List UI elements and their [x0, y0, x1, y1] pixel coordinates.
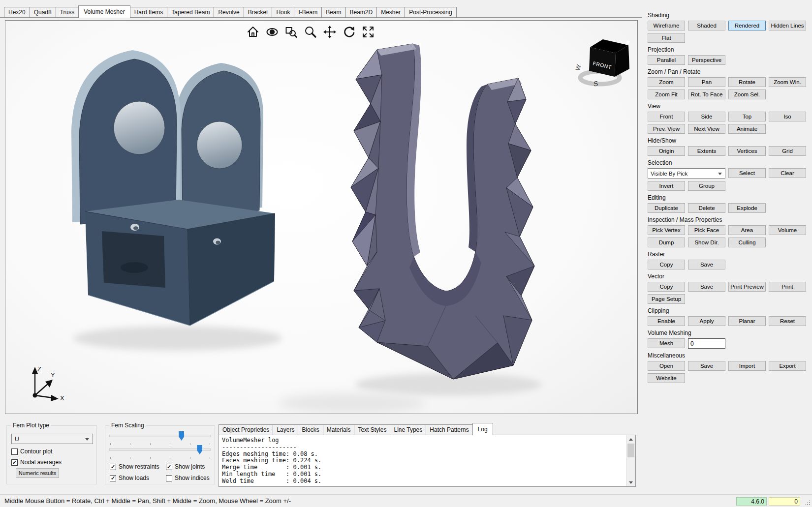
raster-save-button[interactable]: Save: [688, 260, 725, 269]
bottom-tab-text-styles[interactable]: Text Styles: [354, 424, 390, 435]
clipping-planar-button[interactable]: Planar: [728, 316, 766, 326]
editing-explode-button[interactable]: Explode: [728, 203, 766, 213]
scroll-up-icon[interactable]: [627, 435, 635, 443]
vector-print-button[interactable]: Print: [769, 282, 806, 292]
pan-icon[interactable]: [322, 25, 337, 39]
tab-beam2d[interactable]: Beam2D: [345, 7, 377, 17]
resize-grip[interactable]: [809, 504, 810, 505]
editing-delete-button[interactable]: Delete: [688, 203, 725, 213]
bottom-tab-log[interactable]: Log: [472, 423, 493, 435]
inspection-mass-properties-dump-button[interactable]: Dump: [648, 238, 685, 247]
inspection-mass-properties-pick-vertex-button[interactable]: Pick Vertex: [648, 225, 685, 235]
fem-scale-slider-1[interactable]: [109, 431, 211, 446]
projection-parallel-button[interactable]: Parallel: [648, 55, 685, 65]
view-cube[interactable]: S W FRONT: [574, 39, 630, 88]
vector-copy-button[interactable]: Copy: [648, 282, 685, 292]
fem-plot-nodal-averages-checkbox[interactable]: ✓Nodal averages: [11, 459, 62, 466]
inspection-mass-properties-culling-button[interactable]: Culling: [728, 238, 766, 247]
zoom-pan-rotate-rot-to-face-button[interactable]: Rot. To Face: [688, 89, 725, 99]
shading-shaded-button[interactable]: Shaded: [688, 21, 725, 30]
shading-flat-button[interactable]: Flat: [648, 33, 685, 43]
shading-wireframe-button[interactable]: Wireframe: [648, 21, 685, 30]
slider-track[interactable]: [109, 448, 211, 451]
view-side-button[interactable]: Side: [688, 112, 725, 121]
view-next-view-button[interactable]: Next View: [688, 124, 725, 134]
show-joints-checkbox[interactable]: ✓Show joints: [166, 463, 210, 470]
zoom-icon[interactable]: [303, 25, 318, 39]
clipping-enable-button[interactable]: Enable: [648, 316, 685, 326]
scroll-down-icon[interactable]: [627, 478, 635, 486]
tab-beam[interactable]: Beam: [321, 7, 345, 17]
inspection-mass-properties-area-button[interactable]: Area: [728, 225, 766, 235]
hide-show-origin-button[interactable]: Origin: [648, 146, 685, 156]
volume-meshing-mesh-button[interactable]: Mesh: [648, 338, 685, 348]
fem-scale-slider-2[interactable]: [109, 445, 211, 459]
zoom-pan-rotate-zoom-sel-button[interactable]: Zoom Sel.: [728, 89, 766, 99]
inspection-mass-properties-volume-button[interactable]: Volume: [769, 225, 806, 235]
tab-quad8[interactable]: Quad8: [30, 7, 56, 17]
bottom-tab-object-proprieties[interactable]: Object Proprieties: [219, 424, 273, 435]
miscellaneous-open-button[interactable]: Open: [648, 361, 685, 371]
selection-select-button[interactable]: Select: [728, 168, 766, 178]
vector-print-preview-button[interactable]: Print Preview: [728, 282, 766, 292]
tab-hex20[interactable]: Hex20: [4, 7, 30, 17]
zoom-pan-rotate-zoom-fit-button[interactable]: Zoom Fit: [648, 89, 685, 99]
fem-scale-slider-2-thumb[interactable]: [197, 445, 202, 454]
bottom-tab-blocks[interactable]: Blocks: [298, 424, 323, 435]
fem-plot-type-select[interactable]: U: [11, 434, 93, 444]
eye-icon[interactable]: [265, 25, 280, 39]
selection-mode-select[interactable]: Visible By Pick: [648, 168, 725, 179]
vector-save-button[interactable]: Save: [688, 282, 725, 292]
selection-clear-button[interactable]: Clear: [769, 168, 806, 178]
shading-rendered-button[interactable]: Rendered: [728, 21, 766, 30]
show-loads-checkbox[interactable]: ✓Show loads: [110, 475, 166, 481]
view-iso-button[interactable]: Iso: [769, 112, 806, 121]
projection-perspective-button[interactable]: Perspective: [688, 55, 725, 65]
rotate-icon[interactable]: [342, 25, 356, 39]
zoom-pan-rotate-pan-button[interactable]: Pan: [688, 77, 725, 87]
tab-bracket[interactable]: Bracket: [244, 7, 273, 17]
inspection-mass-properties-pick-face-button[interactable]: Pick Face: [688, 225, 725, 235]
hide-show-extents-button[interactable]: Extents: [688, 146, 725, 156]
viewport-canvas[interactable]: S W FRONT Z Y X: [5, 20, 638, 414]
miscellaneous-import-button[interactable]: Import: [728, 361, 766, 371]
tab-mesher[interactable]: Mesher: [376, 7, 405, 17]
miscellaneous-save-button[interactable]: Save: [688, 361, 725, 371]
hide-show-grid-button[interactable]: Grid: [769, 146, 806, 156]
fullscreen-icon[interactable]: [361, 25, 375, 39]
view-animate-button[interactable]: Animate: [728, 124, 766, 134]
miscellaneous-website-button[interactable]: Website: [648, 373, 685, 383]
model-meshed-bracket[interactable]: [279, 44, 542, 413]
zoom-pan-rotate-zoom-win-button[interactable]: Zoom Win.: [769, 77, 806, 87]
mesh-size-input[interactable]: [688, 338, 725, 349]
tab-truss[interactable]: Truss: [56, 7, 79, 17]
bottom-tab-layers[interactable]: Layers: [273, 424, 298, 435]
selection-invert-button[interactable]: Invert: [648, 181, 685, 191]
shading-hidden-lines-button[interactable]: Hidden Lines: [769, 21, 806, 30]
hide-show-vertices-button[interactable]: Vertices: [728, 146, 766, 156]
miscellaneous-export-button[interactable]: Export: [769, 361, 806, 371]
tab-post-processing[interactable]: Post-Processing: [405, 7, 456, 17]
inspection-mass-properties-show-dir-button[interactable]: Show Dir.: [688, 238, 725, 247]
view-front-button[interactable]: Front: [648, 112, 685, 121]
view-prev-view-button[interactable]: Prev. View: [648, 124, 685, 134]
tab-tapered-beam[interactable]: Tapered Beam: [167, 7, 214, 17]
raster-copy-button[interactable]: Copy: [648, 260, 685, 269]
zoom-pan-rotate-rotate-button[interactable]: Rotate: [728, 77, 766, 87]
selection-group-button[interactable]: Group: [688, 181, 725, 191]
bottom-tab-hatch-patterns[interactable]: Hatch Patterns: [426, 424, 472, 435]
clipping-reset-button[interactable]: Reset: [769, 316, 806, 326]
bottom-tab-materials[interactable]: Materials: [323, 424, 355, 435]
home-icon[interactable]: [246, 25, 260, 39]
show-restraints-checkbox[interactable]: ✓Show restraints: [110, 463, 166, 470]
tab-i-beam[interactable]: I-Beam: [294, 7, 322, 17]
clipping-apply-button[interactable]: Apply: [688, 316, 725, 326]
numeric-results-button[interactable]: Numeric results: [16, 468, 59, 478]
tab-hook[interactable]: Hook: [272, 7, 294, 17]
vector-page-setup-button[interactable]: Page Setup: [648, 294, 685, 304]
tab-revolve[interactable]: Revolve: [214, 7, 244, 17]
bottom-tab-line-types[interactable]: Line Types: [390, 424, 426, 435]
zoom-window-icon[interactable]: [284, 25, 299, 39]
model-smooth-bracket[interactable]: [71, 50, 282, 351]
log-scrollbar[interactable]: [626, 435, 635, 486]
